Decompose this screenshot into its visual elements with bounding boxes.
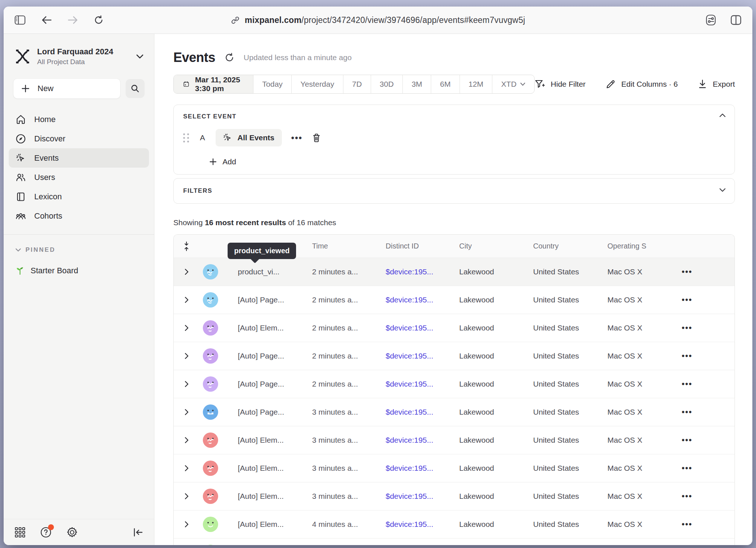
event-selector-chip[interactable]: All Events [216, 129, 282, 146]
table-row[interactable]: [Auto] Page... 3 minutes a... $device:19… [174, 398, 735, 426]
row-expand-icon[interactable] [174, 380, 203, 388]
range-12m[interactable]: 12M [460, 75, 493, 93]
event-name[interactable]: [Auto] Elem... [238, 520, 312, 529]
column-header-os[interactable]: Operating S [607, 242, 677, 250]
distinct-id-link[interactable]: $device:195... [386, 324, 433, 332]
project-switcher[interactable]: Lord Farquaad 2024 All Project Data [4, 44, 154, 66]
column-header-time[interactable]: Time [312, 242, 386, 250]
chevron-down-icon[interactable] [136, 54, 144, 59]
row-more-button[interactable]: ••• [677, 435, 735, 445]
event-name[interactable]: [Auto] Elem... [238, 464, 312, 473]
sidebar-item-discover[interactable]: Discover [9, 129, 149, 148]
distinct-id-link[interactable]: $device:195... [386, 492, 433, 500]
row-expand-icon[interactable] [174, 408, 203, 416]
address-bar[interactable]: mixpanel.com/project/3472420/view/397469… [231, 15, 525, 25]
pinned-section-header[interactable]: PINNED [4, 246, 154, 254]
reader-settings-icon[interactable] [705, 15, 717, 26]
reload-icon[interactable] [94, 15, 103, 25]
distinct-id-link[interactable]: $device:195... [386, 380, 433, 388]
distinct-id-link[interactable]: $device:195... [386, 352, 433, 360]
sidebar-item-events[interactable]: Events [9, 148, 149, 168]
refresh-icon[interactable] [225, 53, 234, 62]
range-7d[interactable]: 7D [343, 75, 371, 93]
row-more-button[interactable]: ••• [677, 492, 735, 501]
distinct-id-link[interactable]: $device:195... [386, 464, 433, 472]
event-name[interactable]: [Auto] Page... [238, 352, 312, 360]
row-more-button[interactable]: ••• [677, 520, 735, 529]
row-more-button[interactable]: ••• [677, 351, 735, 361]
collapse-sidebar-icon[interactable] [133, 528, 143, 537]
row-more-button[interactable]: ••• [677, 379, 735, 389]
column-header-city[interactable]: City [459, 242, 533, 250]
sidebar-item-lexicon[interactable]: Lexicon [9, 187, 149, 206]
table-row[interactable]: [Auto] Elem... 3 minutes a... $device:19… [174, 454, 735, 482]
edit-columns-button[interactable]: Edit Columns · 6 [606, 79, 678, 89]
distinct-id-link[interactable]: $device:195... [386, 408, 433, 416]
event-name[interactable]: [Auto] Elem... [238, 436, 312, 445]
distinct-id-link[interactable]: $device:195... [386, 267, 433, 276]
help-button[interactable] [40, 527, 52, 538]
table-row[interactable]: [Auto] Elem... 3 minutes a... $device:19… [174, 426, 735, 454]
event-name[interactable]: [Auto] Elem... [238, 324, 312, 332]
expand-filters-icon[interactable] [719, 188, 726, 192]
range-xtd[interactable]: XTD [492, 75, 534, 93]
row-expand-icon[interactable] [174, 352, 203, 360]
sidebar-item-cohorts[interactable]: Cohorts [9, 206, 149, 226]
event-name[interactable]: [Auto] Elem... [238, 492, 312, 501]
search-button[interactable] [126, 79, 145, 98]
table-row[interactable]: [Auto] Elem... 4 minutes a... $device:19… [174, 510, 735, 539]
sidebar-item-users[interactable]: Users [9, 168, 149, 187]
split-view-icon[interactable] [731, 15, 741, 25]
apps-grid-icon[interactable] [15, 527, 25, 538]
row-expand-icon[interactable] [174, 268, 203, 275]
event-name[interactable]: [Auto] Page... [238, 408, 312, 416]
drag-handle[interactable] [183, 133, 189, 142]
row-expand-icon[interactable] [174, 324, 203, 332]
row-more-button[interactable]: ••• [677, 323, 735, 333]
row-more-button[interactable]: ••• [677, 407, 735, 417]
range-6m[interactable]: 6M [431, 75, 460, 93]
settings-gear-icon[interactable] [66, 527, 78, 538]
distinct-id-link[interactable]: $device:195... [386, 436, 433, 444]
range-30d[interactable]: 30D [371, 75, 403, 93]
row-expand-icon[interactable] [174, 465, 203, 472]
export-button[interactable]: Export [698, 79, 735, 89]
collapse-rows-icon[interactable] [174, 241, 203, 251]
distinct-id-link[interactable]: $device:195... [386, 520, 433, 528]
range-today[interactable]: Today [253, 75, 292, 93]
back-icon[interactable] [42, 16, 52, 24]
row-expand-icon[interactable] [174, 437, 203, 444]
table-row[interactable]: [Auto] Page... 2 minutes a... $device:19… [174, 342, 735, 370]
event-more-button[interactable]: ••• [291, 133, 303, 143]
new-button[interactable]: New [13, 78, 121, 99]
column-header-distinct-id[interactable]: Distinct ID [386, 242, 459, 250]
distinct-id-link[interactable]: $device:195... [386, 295, 433, 304]
table-row[interactable]: [Auto] Page... 2 minutes a... $device:19… [174, 286, 735, 314]
row-more-button[interactable]: ••• [677, 295, 735, 305]
range-3m[interactable]: 3M [403, 75, 431, 93]
table-row[interactable]: [Auto] Page... 2 minutes a... $device:19… [174, 370, 735, 398]
table-row[interactable]: [Auto] Elem... 4 minutes a... $device:19… [174, 539, 735, 545]
event-name[interactable]: [Auto] Page... [238, 380, 312, 388]
row-expand-icon[interactable] [174, 296, 203, 304]
row-more-button[interactable]: ••• [677, 267, 735, 277]
sidebar-item-home[interactable]: Home [9, 110, 149, 129]
row-expand-icon[interactable] [174, 521, 203, 528]
forward-icon[interactable] [68, 16, 78, 24]
collapse-panel-icon[interactable] [719, 113, 726, 117]
hide-filter-button[interactable]: Hide Filter [535, 79, 586, 89]
column-header-country[interactable]: Country [533, 242, 607, 250]
row-expand-icon[interactable] [174, 493, 203, 500]
browser-sidebar-toggle-icon[interactable] [15, 15, 25, 25]
date-picker[interactable]: Mar 11, 2025 3:30 pm [174, 75, 253, 93]
table-row[interactable]: product_vi... 2 minutes a... $device:195… [174, 258, 735, 286]
add-event-button[interactable]: Add [209, 157, 725, 166]
sidebar-item-starter-board[interactable]: Starter Board [4, 266, 154, 275]
table-row[interactable]: [Auto] Elem... 3 minutes a... $device:19… [174, 482, 735, 510]
trash-icon[interactable] [312, 133, 321, 142]
range-yesterday[interactable]: Yesterday [292, 75, 343, 93]
row-more-button[interactable]: ••• [677, 463, 735, 473]
table-row[interactable]: [Auto] Elem... 2 minutes a... $device:19… [174, 314, 735, 342]
event-name[interactable]: product_vi... [238, 267, 312, 276]
event-name[interactable]: [Auto] Page... [238, 295, 312, 304]
